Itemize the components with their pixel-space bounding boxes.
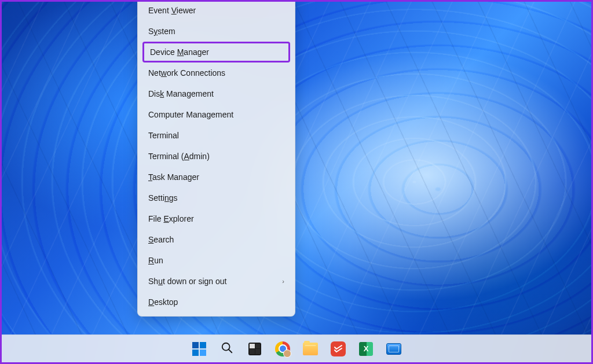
menu-item-file-explorer[interactable]: File Explorer xyxy=(138,208,295,229)
svg-line-3 xyxy=(229,349,232,352)
menu-item-label: Computer Management xyxy=(148,110,233,119)
menu-item-run[interactable]: Run xyxy=(138,250,295,271)
chevron-right-icon: › xyxy=(282,278,284,285)
menu-item-label: Search xyxy=(148,235,174,244)
taskbar: X xyxy=(2,334,591,362)
remote-desktop-app[interactable] xyxy=(382,337,405,361)
desktop-wallpaper xyxy=(2,2,591,362)
todoist-icon xyxy=(331,341,346,356)
menu-item-event-viewer[interactable]: Event Viewer xyxy=(138,0,295,21)
file-explorer-icon xyxy=(303,343,318,355)
search-button[interactable] xyxy=(215,337,239,361)
menu-item-label: Network Connections xyxy=(148,68,225,78)
menu-item-desktop[interactable]: Desktop xyxy=(138,292,295,312)
todoist-app[interactable] xyxy=(327,337,350,361)
excel-icon: X xyxy=(359,342,373,356)
menu-item-label: Event Viewer xyxy=(148,6,196,15)
profile-avatar xyxy=(283,350,291,358)
winx-context-menu: Event ViewerSystemDevice ManagerNetwork … xyxy=(137,0,295,317)
menu-item-label: Task Manager xyxy=(148,172,199,182)
menu-item-label: Shut down or sign out xyxy=(148,277,226,286)
menu-item-label: System xyxy=(148,27,175,36)
menu-item-label: Settings xyxy=(148,193,178,203)
menu-item-disk-management[interactable]: Disk Management xyxy=(138,83,295,104)
menu-item-label: Terminal xyxy=(148,131,179,140)
file-explorer-app[interactable] xyxy=(299,337,322,361)
excel-app[interactable]: X xyxy=(354,337,378,361)
menu-item-terminal[interactable]: Terminal xyxy=(138,125,295,146)
menu-item-search[interactable]: Search xyxy=(138,229,295,250)
menu-item-network-connections[interactable]: Network Connections xyxy=(138,62,295,83)
menu-item-label: Run xyxy=(148,256,163,265)
start-button[interactable] xyxy=(188,337,211,361)
menu-item-task-manager[interactable]: Task Manager xyxy=(138,167,295,187)
menu-item-shutdown-signout[interactable]: Shut down or sign out› xyxy=(138,271,295,292)
menu-item-label: Disk Management xyxy=(148,89,214,98)
chrome-app[interactable] xyxy=(271,337,294,361)
menu-item-label: Terminal (Admin) xyxy=(148,152,210,161)
menu-item-label: Desktop xyxy=(148,297,178,307)
menu-item-label: File Explorer xyxy=(148,214,194,223)
menu-item-computer-management[interactable]: Computer Management xyxy=(138,104,295,125)
remote-desktop-icon xyxy=(386,343,401,355)
menu-item-label: Device Manager xyxy=(150,47,209,57)
menu-item-settings[interactable]: Settings xyxy=(138,187,295,208)
search-icon xyxy=(221,341,233,356)
menu-item-device-manager[interactable]: Device Manager xyxy=(142,42,290,62)
menu-item-terminal-admin[interactable]: Terminal (Admin) xyxy=(138,146,295,167)
start-icon xyxy=(192,342,206,356)
chrome-icon xyxy=(275,341,290,356)
task-view-icon xyxy=(248,343,261,355)
task-view-button[interactable] xyxy=(243,337,266,361)
menu-item-system[interactable]: System xyxy=(138,21,295,42)
